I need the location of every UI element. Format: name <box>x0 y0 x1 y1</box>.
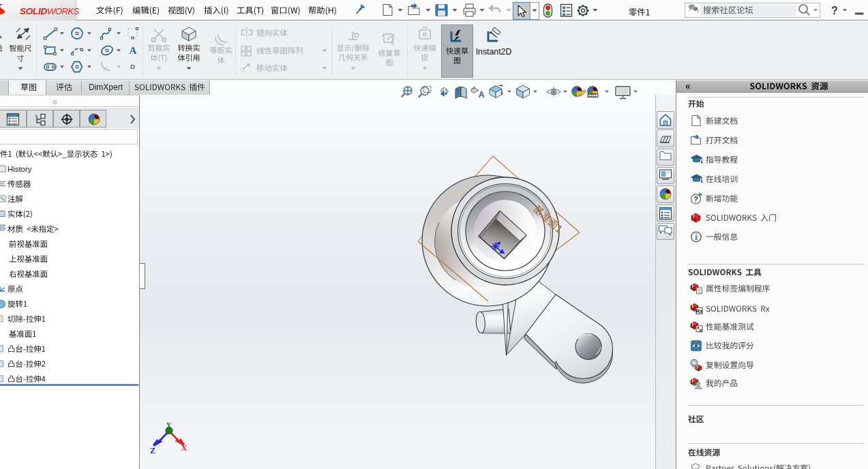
svg-text:?: ? <box>693 195 698 203</box>
svg-text:A: A <box>130 45 137 56</box>
svg-text:Z: Z <box>150 446 155 455</box>
svg-text:X: X <box>181 443 188 453</box>
svg-text:SOLID: SOLID <box>20 6 48 16</box>
svg-text:History: History <box>8 165 32 173</box>
svg-text:DimXpert: DimXpert <box>89 82 123 92</box>
svg-text:A: A <box>479 90 485 100</box>
svg-text:WORKS: WORKS <box>47 6 80 16</box>
svg-text:?: ? <box>831 5 838 16</box>
svg-text:Y: Y <box>166 421 172 429</box>
svg-text:Rx: Rx <box>695 308 703 314</box>
svg-text:Instant2D: Instant2D <box>476 47 512 57</box>
